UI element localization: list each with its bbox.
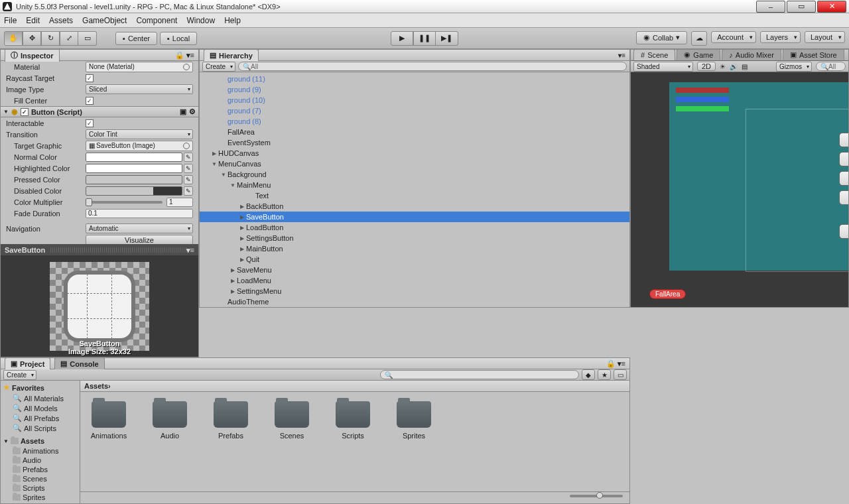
hierarchy-item[interactable]: Background	[200, 169, 629, 180]
game-save-button[interactable]: Save Game	[839, 152, 848, 166]
breadcrumb[interactable]: Assets	[84, 382, 108, 390]
asset-tree-item[interactable]: Animations	[3, 446, 77, 456]
console-tab[interactable]: ▤ Console	[54, 357, 104, 369]
hierarchy-item[interactable]: ground (7)	[200, 105, 629, 116]
hierarchy-item[interactable]: BackButton	[200, 201, 629, 212]
component-help-icon[interactable]: ▣	[180, 107, 186, 116]
asset-tree-item[interactable]: Audio	[3, 456, 77, 465]
target-graphic-field[interactable]: ▦SaveButton (Image)	[86, 141, 193, 151]
scene-fx-toggle[interactable]: ▤	[742, 63, 748, 70]
account-dropdown[interactable]: Account	[711, 31, 756, 43]
hierarchy-item[interactable]: MainButton	[200, 243, 629, 254]
hierarchy-item[interactable]: MenuCanvas	[200, 158, 629, 169]
favorite-item[interactable]: 🔍All Scripts	[3, 423, 77, 433]
visualize-button[interactable]: Visualize	[86, 235, 193, 245]
hierarchy-item[interactable]: EventSystem	[200, 137, 629, 148]
eyedropper-icon[interactable]: ✎	[184, 175, 193, 184]
favorite-item[interactable]: 🔍All Models	[3, 403, 77, 413]
tab-assetstore[interactable]: ▣ Asset Store	[783, 49, 844, 60]
hierarchy-item[interactable]: MainMenu	[200, 180, 629, 190]
hierarchy-item[interactable]: LoadMenu	[200, 275, 629, 286]
hierarchy-item[interactable]: SettingsButton	[200, 233, 629, 243]
hierarchy-item[interactable]: FallArea	[200, 127, 629, 137]
pivot-center-button[interactable]: ▪ Center	[115, 32, 157, 45]
hierarchy-item[interactable]: HUDCanvas	[200, 148, 629, 158]
folder-item[interactable]: Sprites	[395, 401, 433, 440]
folder-item[interactable]: Animations	[90, 401, 128, 440]
scene-light-toggle[interactable]: ☀	[720, 63, 726, 70]
hierarchy-menu-icon[interactable]: ▾≡	[618, 52, 625, 59]
menu-help[interactable]: Help	[224, 16, 241, 25]
hierarchy-tab[interactable]: ▤ Hierarchy	[204, 49, 259, 61]
hierarchy-item[interactable]: LoadButton	[200, 222, 629, 233]
project-star-icon[interactable]: ★	[598, 369, 611, 380]
layout-dropdown[interactable]: Layout	[805, 31, 845, 43]
project-tree[interactable]: ★Favorites 🔍All Materials🔍All Models🔍All…	[1, 381, 80, 503]
fillcenter-checkbox[interactable]: ✓	[86, 97, 94, 105]
scale-tool-button[interactable]: ⤢	[60, 31, 78, 46]
menu-edit[interactable]: Edit	[26, 16, 40, 25]
preview-menu-icon[interactable]: ▾≡	[186, 246, 194, 255]
project-save-icon[interactable]: ▭	[614, 369, 627, 380]
imagetype-dropdown[interactable]: Sliced	[86, 84, 193, 94]
hierarchy-item[interactable]: Text	[200, 190, 629, 201]
project-grid[interactable]: AnimationsAudioPrefabsScenesScriptsSprit…	[80, 392, 629, 491]
raycast-checkbox[interactable]: ✓	[86, 74, 94, 82]
rect-tool-button[interactable]: ▭	[78, 31, 97, 46]
transition-dropdown[interactable]: Color Tint	[86, 129, 193, 139]
material-field[interactable]: None (Material)	[86, 62, 193, 72]
button-component-header[interactable]: ▼◉✓ Button (Script) ▣⚙	[1, 106, 198, 117]
game-settings-button[interactable]: Settings	[839, 190, 848, 205]
scene-audio-toggle[interactable]: 🔊	[730, 63, 738, 70]
tab-scene[interactable]: # Scene	[633, 49, 675, 60]
folder-item[interactable]: Scenes	[273, 401, 311, 440]
hierarchy-search-input[interactable]: 🔍All	[238, 62, 627, 71]
minimize-button[interactable]: –	[756, 1, 785, 13]
folder-item[interactable]: Prefabs	[212, 401, 250, 440]
project-search-input[interactable]: 🔍	[380, 370, 579, 379]
game-load-button[interactable]: Load Game	[839, 171, 848, 186]
project-filter-icon[interactable]: ◆	[582, 369, 595, 380]
pivot-local-button[interactable]: ▪ Local	[160, 32, 197, 45]
scene-gizmos-dropdown[interactable]: Gizmos	[776, 62, 812, 72]
collab-button[interactable]: ◉ Collab ▾	[636, 31, 687, 44]
multiplier-value[interactable]: 1	[166, 198, 193, 207]
normal-color-field[interactable]	[86, 153, 182, 162]
cloud-button[interactable]: ☁	[691, 31, 707, 46]
scene-search-input[interactable]: 🔍All	[816, 62, 846, 71]
hierarchy-create-dropdown[interactable]: Create	[202, 62, 235, 72]
asset-tree-item[interactable]: Prefabs	[3, 465, 77, 474]
rotate-tool-button[interactable]: ↻	[41, 31, 60, 46]
folder-item[interactable]: Scripts	[334, 401, 372, 440]
hierarchy-item[interactable]: ground (8)	[200, 116, 629, 127]
project-lock-icon[interactable]: 🔒 ▾≡	[606, 359, 625, 368]
hierarchy-item[interactable]: Quit	[200, 254, 629, 265]
hand-tool-button[interactable]: ✋	[4, 31, 23, 46]
tab-audiomixer[interactable]: ♪ Audio Mixer	[722, 49, 781, 60]
eyedropper-icon[interactable]: ✎	[184, 153, 193, 162]
close-button[interactable]: ✕	[817, 1, 846, 13]
highlighted-color-field[interactable]	[86, 164, 182, 173]
step-button[interactable]: ▶❚	[436, 31, 458, 46]
fade-value[interactable]: 0.1	[86, 209, 193, 218]
project-zoom-slider[interactable]	[570, 495, 623, 497]
hierarchy-item[interactable]: ground (9)	[200, 84, 629, 95]
button-enable-checkbox[interactable]: ✓	[21, 108, 29, 116]
project-tab[interactable]: ▣ Project	[5, 357, 50, 369]
menu-gameobject[interactable]: GameObject	[82, 16, 127, 25]
hierarchy-item[interactable]: ground (11)	[200, 74, 629, 84]
scene-shaded-dropdown[interactable]: Shaded	[633, 62, 693, 72]
menu-assets[interactable]: Assets	[49, 16, 73, 25]
asset-tree-item[interactable]: Sprites	[3, 493, 77, 502]
maximize-button[interactable]: ▭	[787, 1, 816, 13]
move-tool-button[interactable]: ✥	[23, 31, 41, 46]
game-quit-button[interactable]: Quit	[839, 224, 848, 239]
disabled-color-field[interactable]	[86, 186, 182, 196]
play-button[interactable]: ▶	[391, 31, 413, 46]
navigation-dropdown[interactable]: Automatic	[86, 223, 193, 233]
hierarchy-item[interactable]: SettingsMenu	[200, 286, 629, 296]
tab-game[interactable]: ◉ Game	[677, 49, 720, 60]
hierarchy-item[interactable]: ground (10)	[200, 95, 629, 105]
favorite-item[interactable]: 🔍All Prefabs	[3, 413, 77, 423]
hierarchy-item[interactable]: SaveButton	[200, 212, 629, 222]
